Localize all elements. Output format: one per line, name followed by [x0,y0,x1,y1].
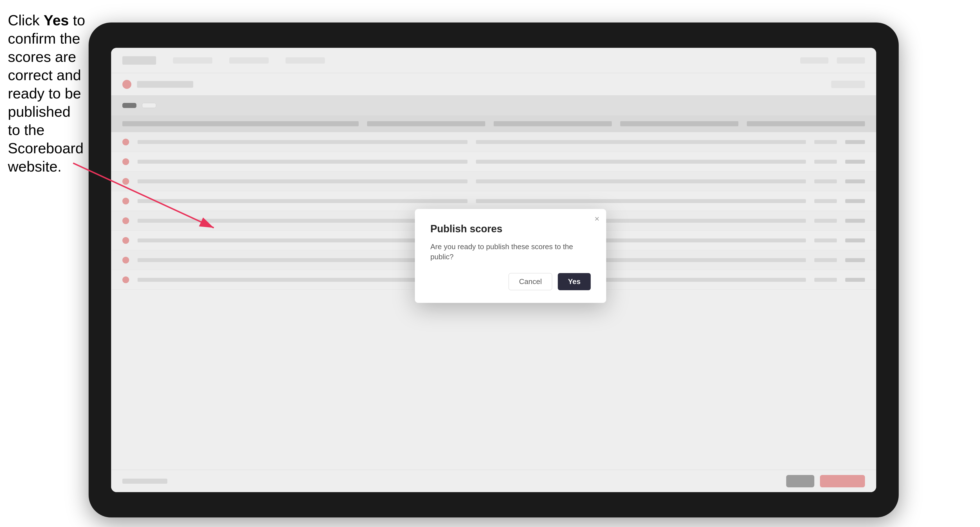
instruction-text-part1: Click [8,12,44,29]
dialog-title: Publish scores [430,223,591,235]
yes-button[interactable]: Yes [558,273,591,290]
cancel-button[interactable]: Cancel [509,273,552,290]
dialog-body: Are you ready to publish these scores to… [430,241,591,262]
dialog-close-button[interactable]: × [594,214,600,223]
tablet-screen: × Publish scores Are you ready to publis… [111,48,876,492]
publish-scores-dialog: × Publish scores Are you ready to publis… [415,209,606,303]
instruction-text: Click Yes to confirm the scores are corr… [8,11,87,176]
tablet-device: × Publish scores Are you ready to publis… [89,22,899,517]
modal-overlay: × Publish scores Are you ready to publis… [111,48,876,492]
instruction-bold: Yes [44,12,69,29]
instruction-text-part2: to confirm the scores are correct and re… [8,12,85,175]
dialog-actions: Cancel Yes [430,273,591,290]
